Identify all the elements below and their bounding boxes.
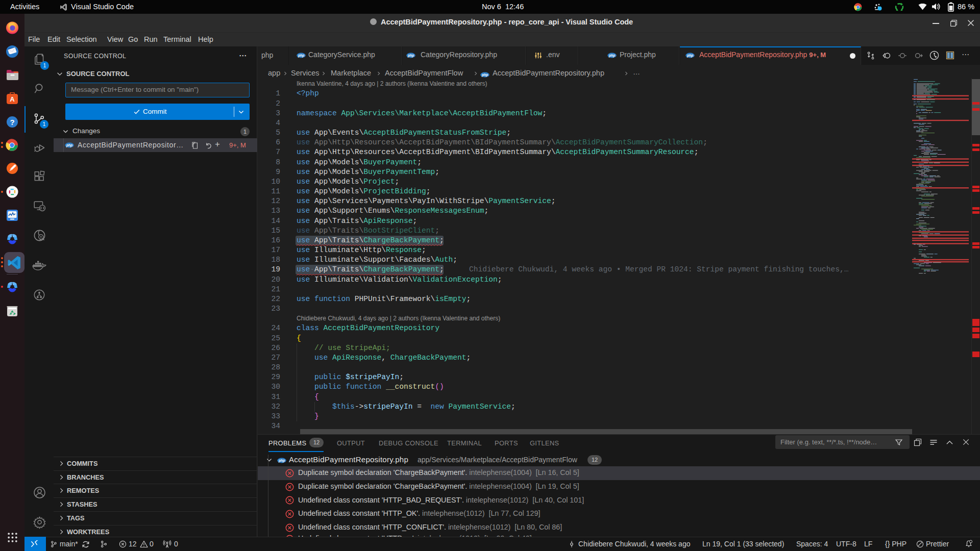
svg-text:php: php bbox=[687, 54, 693, 58]
svg-text:?: ? bbox=[10, 118, 14, 127]
svg-text:A: A bbox=[10, 95, 15, 103]
svg-text:php: php bbox=[407, 54, 414, 58]
svg-text:php: php bbox=[481, 73, 488, 77]
svg-text:php: php bbox=[608, 54, 615, 58]
svg-text:php: php bbox=[278, 459, 285, 463]
svg-text:php: php bbox=[66, 143, 72, 147]
svg-text:php: php bbox=[298, 54, 304, 58]
